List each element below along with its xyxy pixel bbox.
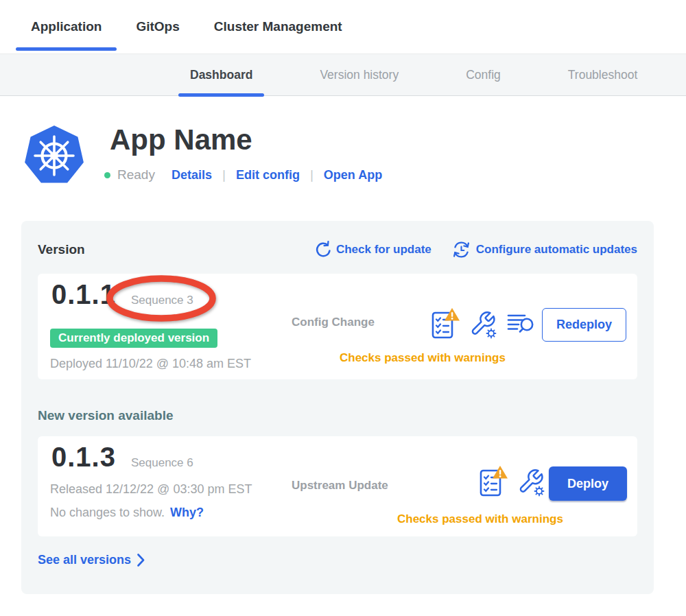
tab-label: Config <box>466 68 501 82</box>
preflight-status-text: Checks passed with warnings <box>340 351 506 365</box>
tab-label: Dashboard <box>190 68 252 82</box>
status-ready-dot-icon <box>104 172 110 178</box>
configure-automatic-updates-label: Configure automatic updates <box>476 243 637 257</box>
redeploy-button[interactable]: Redeploy <box>542 308 626 342</box>
kubernetes-logo-icon <box>24 125 84 186</box>
preflight-checks-warning-icon[interactable] <box>478 465 508 498</box>
tab-label: Troubleshoot <box>568 68 638 82</box>
available-version-number: 0.1.3 <box>51 442 116 473</box>
release-action-icons <box>430 307 534 340</box>
new-version-available-heading: New version available <box>38 408 637 423</box>
link-divider: | <box>310 167 314 182</box>
deploy-button[interactable]: Deploy <box>549 466 627 501</box>
primary-nav: Application GitOps Cluster Management <box>0 0 686 54</box>
available-version-card: 0.1.3 Sequence 6 Released 12/12/22 @ 03:… <box>38 436 637 536</box>
preflight-checks-warning-icon[interactable] <box>430 307 460 340</box>
nav-item-label: Cluster Management <box>214 19 342 34</box>
active-tab-underline <box>16 47 117 51</box>
no-changes-row: No changes to show. Why? <box>50 506 204 520</box>
edit-config-link[interactable]: Edit config <box>236 168 300 182</box>
current-version-row: 0.1.1 Sequence 3 <box>51 279 193 310</box>
edit-config-wrench-icon[interactable] <box>468 307 499 340</box>
no-changes-text: No changes to show. <box>50 506 165 520</box>
page-title: App Name <box>110 123 252 156</box>
chevron-right-icon <box>137 554 145 567</box>
tab-label: Version history <box>320 68 399 82</box>
preflight-status-text: Checks passed with warnings <box>397 512 563 526</box>
nav-item-label: Application <box>31 19 102 34</box>
version-actions: Check for update Configure automatic upd… <box>314 240 637 259</box>
edit-config-wrench-icon[interactable] <box>516 465 547 498</box>
check-for-update-label: Check for update <box>336 243 431 257</box>
status-text: Ready <box>117 167 155 182</box>
link-divider: | <box>222 167 226 182</box>
available-version-sequence: Sequence 6 <box>131 456 193 470</box>
release-source-label: Upstream Update <box>292 479 388 493</box>
active-tab-underline <box>178 93 264 97</box>
tab-dashboard[interactable]: Dashboard <box>178 54 264 96</box>
view-diff-icon[interactable] <box>507 311 534 337</box>
nav-item-application[interactable]: Application <box>16 0 117 54</box>
nav-item-label: GitOps <box>136 19 179 34</box>
available-version-row: 0.1.3 Sequence 6 <box>51 442 193 473</box>
see-all-versions-label: See all versions <box>38 553 131 567</box>
release-source-label: Config Change <box>292 316 375 329</box>
currently-deployed-badge: Currently deployed version <box>50 329 217 348</box>
current-version-sequence: Sequence 3 <box>131 294 193 307</box>
auto-update-clock-icon <box>452 240 471 259</box>
why-link[interactable]: Why? <box>170 506 204 520</box>
nav-item-cluster-management[interactable]: Cluster Management <box>199 0 357 54</box>
deployed-timestamp: Deployed 11/10/22 @ 10:48 am EST <box>50 357 251 371</box>
version-panel-header: Version Check for update <box>38 240 637 259</box>
configure-automatic-updates-link[interactable]: Configure automatic updates <box>452 240 637 259</box>
tab-troubleshoot[interactable]: Troubleshoot <box>556 54 650 96</box>
refresh-icon <box>314 241 331 259</box>
open-app-link[interactable]: Open App <box>324 168 382 182</box>
current-version-card: 0.1.1 Sequence 3 Currently deployed vers… <box>38 274 637 379</box>
app-status-row: Ready Details | Edit config | Open App <box>104 167 382 183</box>
tab-config[interactable]: Config <box>454 54 512 96</box>
tab-version-history[interactable]: Version history <box>308 54 410 96</box>
nav-item-gitops[interactable]: GitOps <box>121 0 194 54</box>
release-action-icons <box>478 465 547 498</box>
check-for-update-link[interactable]: Check for update <box>314 241 431 259</box>
page: Application GitOps Cluster Management Da… <box>0 0 686 616</box>
version-heading: Version <box>38 242 85 257</box>
released-timestamp: Released 12/12/22 @ 03:30 pm EST <box>50 482 252 497</box>
version-panel: Version Check for update <box>21 221 654 594</box>
current-version-number: 0.1.1 <box>51 279 116 310</box>
app-sub-nav: Dashboard Version history Config Trouble… <box>0 54 686 96</box>
see-all-versions-link[interactable]: See all versions <box>38 553 637 567</box>
details-link[interactable]: Details <box>172 168 212 182</box>
